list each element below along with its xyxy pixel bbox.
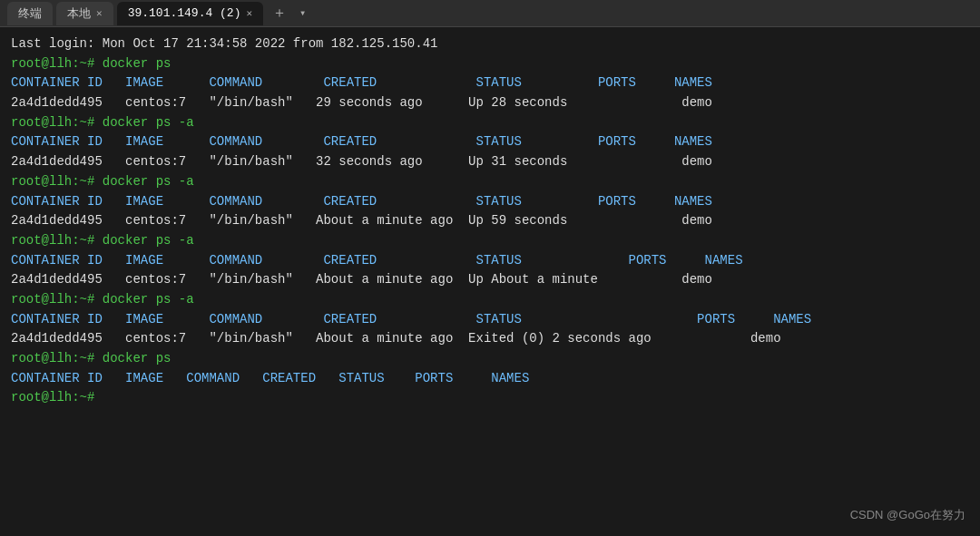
terminal-area: Last login: Mon Oct 17 21:34:58 2022 fro…: [0, 27, 980, 536]
header-1: CONTAINER ID IMAGE COMMAND CREATED STATU…: [11, 73, 969, 93]
row-5-1: 2a4d1dedd495 centos:7 "/bin/bash" About …: [11, 329, 969, 349]
tab-label: 终端: [18, 5, 42, 22]
prompt-2[interactable]: root@llh:~# docker ps -a: [11, 113, 969, 133]
header-5: CONTAINER ID IMAGE COMMAND CREATED STATU…: [11, 310, 969, 330]
prompt-4[interactable]: root@llh:~# docker ps -a: [11, 231, 969, 251]
header-2: CONTAINER ID IMAGE COMMAND CREATED STATU…: [11, 132, 969, 152]
row-1-1: 2a4d1dedd495 centos:7 "/bin/bash" 29 sec…: [11, 93, 969, 113]
tab-local[interactable]: 本地 ✕: [56, 2, 113, 25]
tab-bar: 终端 本地 ✕ 39.101.149.4 (2) ✕ ＋ ▾: [0, 0, 980, 27]
prompt-5[interactable]: root@llh:~# docker ps -a: [11, 290, 969, 310]
tab-remote[interactable]: 39.101.149.4 (2) ✕: [117, 2, 263, 25]
row-3-1: 2a4d1dedd495 centos:7 "/bin/bash" About …: [11, 211, 969, 231]
final-prompt[interactable]: root@llh:~#: [11, 388, 969, 408]
watermark: CSDN @GoGo在努力: [850, 507, 965, 523]
login-line: Last login: Mon Oct 17 21:34:58 2022 fro…: [11, 34, 969, 54]
tab-label: 本地: [67, 5, 91, 22]
tab-close-icon[interactable]: ✕: [96, 7, 103, 19]
tab-close-icon[interactable]: ✕: [246, 7, 252, 19]
prompt-1[interactable]: root@llh:~# docker ps: [11, 54, 969, 74]
header-4: CONTAINER ID IMAGE COMMAND CREATED STATU…: [11, 251, 969, 271]
row-2-1: 2a4d1dedd495 centos:7 "/bin/bash" 32 sec…: [11, 152, 969, 172]
header-3: CONTAINER ID IMAGE COMMAND CREATED STATU…: [11, 192, 969, 212]
header-6: CONTAINER ID IMAGE COMMAND CREATED STATU…: [11, 369, 969, 389]
prompt-3[interactable]: root@llh:~# docker ps -a: [11, 172, 969, 192]
tab-arrow-icon[interactable]: ▾: [296, 6, 309, 20]
tab-label: 39.101.149.4 (2): [128, 6, 241, 20]
row-4-1: 2a4d1dedd495 centos:7 "/bin/bash" About …: [11, 270, 969, 290]
tab-terminal[interactable]: 终端: [7, 2, 53, 25]
prompt-6[interactable]: root@llh:~# docker ps: [11, 349, 969, 369]
tab-add-button[interactable]: ＋: [267, 4, 292, 23]
